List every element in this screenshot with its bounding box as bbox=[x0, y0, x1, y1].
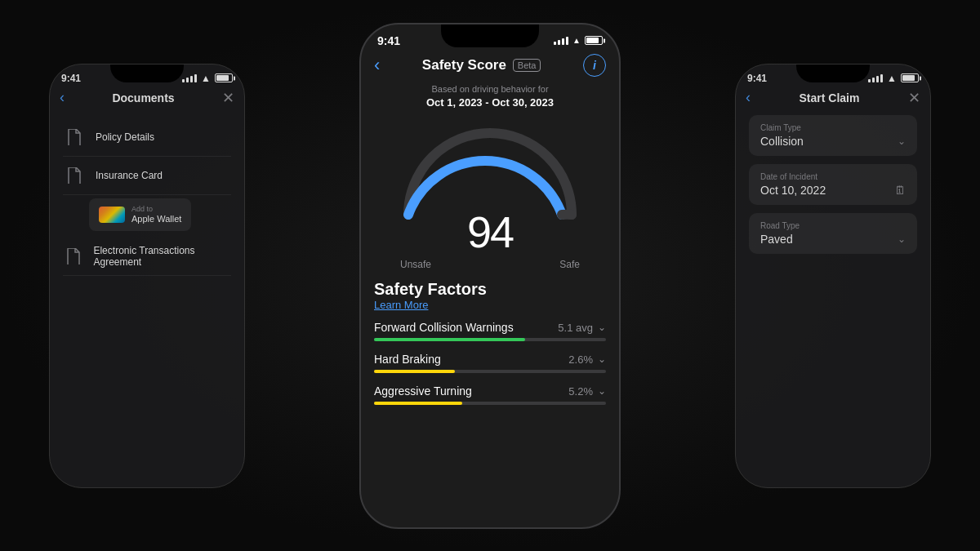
nav-bar-left: ‹ Documents ✕ bbox=[50, 87, 244, 112]
claim-type-value: Collision ⌄ bbox=[760, 135, 906, 148]
factor-name-turning: Aggressive Turning bbox=[374, 384, 472, 398]
chevron-down-icon: ⌄ bbox=[898, 233, 906, 245]
page-title-left: Documents bbox=[112, 91, 174, 104]
progress-bar-turning bbox=[374, 402, 606, 405]
wifi-left: ▲ bbox=[201, 73, 211, 84]
doc-name-insurance: Insurance Card bbox=[96, 170, 163, 181]
phone-right: 9:41 ▲ ‹ Start Claim ✕ bbox=[735, 64, 931, 488]
nav-bar-center: ‹ Safety Score Beta i bbox=[361, 51, 619, 83]
factor-value-turning[interactable]: 5.2% ⌄ bbox=[568, 385, 606, 398]
close-button-left[interactable]: ✕ bbox=[222, 89, 234, 107]
doc-icon bbox=[63, 164, 86, 187]
page-title-right: Start Claim bbox=[800, 91, 860, 104]
progress-bar-collision bbox=[374, 338, 606, 341]
safety-factors-section: Safety Factors Learn More Forward Collis… bbox=[374, 280, 606, 405]
claim-type-label: Claim Type bbox=[760, 123, 906, 132]
learn-more-link[interactable]: Learn More bbox=[374, 299, 606, 311]
claim-form: Claim Type Collision ⌄ Date of Incident … bbox=[749, 112, 917, 265]
time-left: 9:41 bbox=[61, 73, 81, 84]
notch-center bbox=[441, 24, 539, 47]
factor-value-braking[interactable]: 2.6% ⌄ bbox=[568, 353, 606, 366]
chevron-down-icon: ⌄ bbox=[598, 353, 606, 365]
factor-row-turning: Aggressive Turning 5.2% ⌄ bbox=[374, 384, 606, 405]
chevron-down-icon: ⌄ bbox=[598, 385, 606, 397]
power-button[interactable] bbox=[619, 122, 621, 171]
status-icons-left: ▲ bbox=[182, 73, 233, 84]
claim-type-field[interactable]: Claim Type Collision ⌄ bbox=[749, 115, 917, 156]
safety-score-content: Based on driving behavior for Oct 1, 202… bbox=[361, 83, 619, 527]
gauge-unsafe-label: Unsafe bbox=[400, 259, 431, 270]
wifi-center: ▲ bbox=[572, 36, 581, 45]
battery-center bbox=[585, 36, 603, 45]
factor-row-braking: Hard Braking 2.6% ⌄ bbox=[374, 353, 606, 373]
date-incident-value: Oct 10, 2022 🗓 bbox=[760, 184, 906, 197]
page-title-center: Safety Score Beta bbox=[422, 57, 541, 73]
info-button[interactable]: i bbox=[583, 54, 606, 77]
time-right: 9:41 bbox=[747, 73, 767, 84]
scene: 9:41 ▲ ‹ Documents ✕ bbox=[0, 0, 980, 551]
gauge-container: 94 Unsafe Safe bbox=[374, 117, 606, 270]
wallet-icon bbox=[99, 207, 125, 223]
time-center: 9:41 bbox=[377, 34, 400, 47]
mute-button[interactable] bbox=[359, 90, 361, 118]
chevron-down-icon: ⌄ bbox=[898, 136, 906, 147]
doc-icon bbox=[63, 245, 83, 268]
doc-name-policy: Policy Details bbox=[96, 131, 154, 143]
battery-right bbox=[901, 73, 919, 82]
nav-bar-right: ‹ Start Claim ✕ bbox=[736, 87, 930, 112]
doc-icon bbox=[63, 126, 86, 149]
list-item[interactable]: Policy Details bbox=[63, 118, 231, 157]
status-icons-center: ▲ bbox=[554, 36, 603, 45]
volume-down-button[interactable] bbox=[359, 180, 361, 224]
close-button-right[interactable]: ✕ bbox=[908, 89, 920, 107]
phone-center: 9:41 ▲ ‹ Safety Score Beta i bbox=[359, 23, 621, 529]
claim-content: Claim Type Collision ⌄ Date of Incident … bbox=[736, 112, 930, 487]
notch-right bbox=[796, 64, 870, 82]
factor-value-collision[interactable]: 5.1 avg ⌄ bbox=[558, 322, 606, 334]
doc-list: Policy Details Insurance Card A bbox=[63, 112, 231, 282]
gauge-safe-label: Safe bbox=[559, 259, 580, 270]
doc-name-electronic: Electronic Transactions Agreement bbox=[93, 245, 231, 268]
back-button-right[interactable]: ‹ bbox=[746, 89, 751, 106]
list-item[interactable]: Electronic Transactions Agreement bbox=[63, 238, 231, 276]
status-icons-right: ▲ bbox=[868, 73, 919, 84]
gauge-labels: Unsafe Safe bbox=[400, 259, 580, 270]
wifi-right: ▲ bbox=[887, 73, 897, 84]
list-item[interactable]: Insurance Card bbox=[63, 157, 231, 195]
calendar-icon: 🗓 bbox=[894, 184, 906, 197]
date-subtitle: Based on driving behavior for Oct 1, 202… bbox=[374, 83, 606, 111]
phone-left: 9:41 ▲ ‹ Documents ✕ bbox=[49, 64, 245, 488]
factor-name-braking: Hard Braking bbox=[374, 353, 441, 366]
gauge-score: 94 bbox=[467, 207, 513, 257]
factor-row-collision: Forward Collision Warnings 5.1 avg ⌄ bbox=[374, 321, 606, 341]
safety-factors-title: Safety Factors bbox=[374, 280, 606, 299]
date-range: Oct 1, 2023 - Oct 30, 2023 bbox=[374, 96, 606, 110]
date-incident-field[interactable]: Date of Incident Oct 10, 2022 🗓 bbox=[749, 164, 917, 205]
signal-center bbox=[554, 37, 568, 45]
back-button-center[interactable]: ‹ bbox=[374, 55, 380, 76]
volume-up-button[interactable] bbox=[359, 127, 361, 171]
wallet-add-text: Add to bbox=[131, 205, 181, 213]
factor-name-collision: Forward Collision Warnings bbox=[374, 321, 514, 334]
signal-right bbox=[868, 74, 883, 82]
wallet-name-text: Apple Wallet bbox=[131, 213, 181, 224]
road-type-value: Paved ⌄ bbox=[760, 233, 906, 246]
signal-left bbox=[182, 74, 197, 82]
progress-bar-braking bbox=[374, 370, 606, 373]
battery-left bbox=[215, 73, 233, 82]
apple-wallet-button[interactable]: Add to Apple Wallet bbox=[89, 198, 191, 231]
chevron-down-icon: ⌄ bbox=[598, 322, 606, 333]
beta-badge: Beta bbox=[513, 59, 541, 72]
doc-content: Policy Details Insurance Card A bbox=[50, 112, 244, 487]
road-type-field[interactable]: Road Type Paved ⌄ bbox=[749, 213, 917, 254]
back-button-left[interactable]: ‹ bbox=[60, 89, 65, 106]
road-type-label: Road Type bbox=[760, 221, 906, 230]
date-incident-label: Date of Incident bbox=[760, 172, 906, 181]
notch-left bbox=[110, 64, 184, 82]
